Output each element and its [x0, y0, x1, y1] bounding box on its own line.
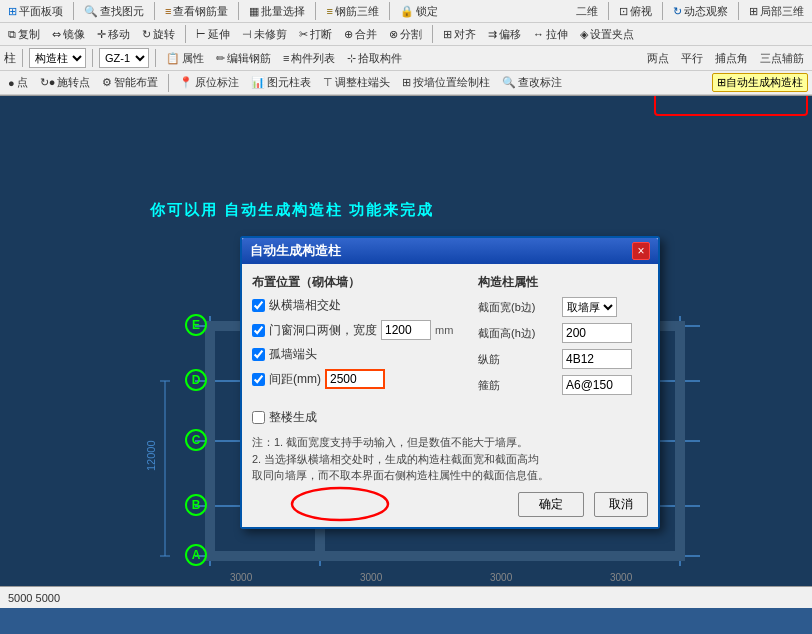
checkbox-row-door: 门窗洞口两侧，宽度 1200 mm [252, 320, 468, 340]
col-type-select[interactable]: 构造柱 [29, 48, 86, 68]
btn-notrim[interactable]: ⊣未修剪 [238, 26, 291, 43]
prop-width-select[interactable]: 取墙厚 [562, 297, 617, 317]
prop-row-stirrup: 箍筋 A6@150 [478, 375, 648, 395]
toolbar-btn-fushi[interactable]: ⊡ 俯视 [615, 3, 656, 20]
btn-inplace-label[interactable]: 📍原位标注 [175, 74, 243, 91]
btn-ok[interactable]: 确定 [518, 492, 584, 517]
toolbar-btn-pingmian[interactable]: ⊞ 平面板项 [4, 3, 67, 20]
dialog-right: 构造柱属性 截面宽(b边) 取墙厚 截面高(h边) 200 纵筋 4B12 [478, 274, 648, 401]
toolbar-btn-piliang[interactable]: ▦ 批量选择 [245, 3, 309, 20]
prop-stirrup-input[interactable]: A6@150 [562, 375, 632, 395]
checkbox-floor-gen[interactable] [252, 411, 265, 424]
svg-text:12000: 12000 [145, 440, 157, 471]
toolbar-btn-suoding[interactable]: 🔒 锁定 [396, 3, 442, 20]
floor-gen-label: 整楼生成 [269, 409, 317, 426]
row-label-c: C [185, 429, 207, 451]
btn-twopoint[interactable]: 两点 [643, 50, 673, 67]
note2: 2. 当选择纵横墙相交处时，生成的构造柱截面宽和截面高均 [252, 453, 539, 465]
btn-3point[interactable]: 三点辅筋 [756, 50, 808, 67]
toolbar-row1: ⊞ 平面板项 🔍 查找图元 ≡ 查看钢筋量 ▦ 批量选择 ≡ 钢筋三维 🔒 锁定 [0, 0, 812, 23]
btn-copy[interactable]: ⧉复制 [4, 26, 44, 43]
checkbox-door[interactable] [252, 324, 265, 337]
btn-rotate-point[interactable]: ↻●施转点 [36, 74, 95, 91]
prop-stirrup-label: 箍筋 [478, 378, 558, 393]
status-bar: 5000 5000 [0, 586, 812, 608]
btn-pick-component[interactable]: ⊹拾取构件 [343, 50, 406, 67]
prop-row-longbar: 纵筋 4B12 [478, 349, 648, 369]
col-id-select[interactable]: GZ-1 [99, 48, 149, 68]
toolbar-btn-gangjin[interactable]: ≡ 查看钢筋量 [161, 3, 232, 20]
toolbar-row2: ⧉复制 ⇔镜像 ✛移动 ↻旋转 ⊢延伸 ⊣未修剪 ✂打断 ⊕合并 ⊗分割 ⊞对齐 [0, 23, 812, 46]
btn-move[interactable]: ✛移动 [93, 26, 134, 43]
svg-rect-19 [205, 551, 685, 561]
btn-break[interactable]: ✂打断 [295, 26, 336, 43]
btn-cancel[interactable]: 取消 [594, 492, 648, 517]
btn-edit-rebar[interactable]: ✏编辑钢筋 [212, 50, 275, 67]
annotation-text: 你可以用 自动生成构造柱 功能来完成 [150, 201, 434, 220]
dialog-buttons: 确定 取消 [252, 492, 648, 517]
btn-auto-gen-col[interactable]: ⊞自动生成构造柱 [712, 73, 808, 92]
row-label-b: B [185, 494, 207, 516]
dialog-auto-gen-col: 自动生成构造柱 × 布置位置（砌体墙） 纵横墙相交处 门窗洞口两侧，宽度 120… [240, 236, 660, 529]
svg-rect-17 [675, 321, 685, 561]
separator5 [389, 2, 390, 20]
row-label-d: D [185, 369, 207, 391]
toolbar-area: ⊞ 平面板项 🔍 查找图元 ≡ 查看钢筋量 ▦ 批量选择 ≡ 钢筋三维 🔒 锁定 [0, 0, 812, 96]
checkbox-isolated[interactable] [252, 348, 265, 361]
btn-offset[interactable]: ⇉偏移 [484, 26, 525, 43]
prop-height-input[interactable]: 200 [562, 323, 632, 343]
prop-longbar-label: 纵筋 [478, 352, 558, 367]
sep-r3a [22, 49, 23, 67]
prop-row-height: 截面高(h边) 200 [478, 323, 648, 343]
btn-split[interactable]: ⊗分割 [385, 26, 426, 43]
separator3 [238, 2, 239, 20]
section-props-title: 构造柱属性 [478, 274, 648, 291]
separator2 [154, 2, 155, 20]
toolbar-btn-2d[interactable]: 二维 [572, 3, 602, 20]
toolbar-btn-chazhao[interactable]: 🔍 查找图元 [80, 3, 148, 20]
btn-extend[interactable]: ⊢延伸 [192, 26, 234, 43]
prop-row-width: 截面宽(b边) 取墙厚 [478, 297, 648, 317]
checkbox-intersect[interactable] [252, 299, 265, 312]
dialog-left: 布置位置（砌体墙） 纵横墙相交处 门窗洞口两侧，宽度 1200 mm 孤墙端头 [252, 274, 468, 401]
btn-property[interactable]: 📋属性 [162, 50, 208, 67]
btn-check-label[interactable]: 🔍查改标注 [498, 74, 566, 91]
btn-setpoint[interactable]: ◈设置夹点 [576, 26, 638, 43]
dialog-close-btn[interactable]: × [632, 242, 650, 260]
checkbox-spacing[interactable] [252, 373, 265, 386]
btn-col-table[interactable]: 📊图元柱表 [247, 74, 315, 91]
btn-component-list[interactable]: ≡构件列表 [279, 50, 339, 67]
status-coords: 5000 5000 [8, 592, 60, 604]
btn-rotate[interactable]: ↻旋转 [138, 26, 179, 43]
sep-r3c [155, 49, 156, 67]
btn-draw-by-wall[interactable]: ⊞按墙位置绘制柱 [398, 74, 494, 91]
toolbar-btn-dynamic[interactable]: ↻ 动态观察 [669, 3, 732, 20]
btn-adj-colhead[interactable]: ⊤调整柱端头 [319, 74, 394, 91]
sep-r4a [168, 74, 169, 92]
note3: 取同向墙厚，而不取本界面右侧构造柱属性中的截面信息值。 [252, 469, 549, 481]
btn-align[interactable]: ⊞对齐 [439, 26, 480, 43]
prop-width-label: 截面宽(b边) [478, 300, 558, 315]
btn-stretch[interactable]: ↔拉伸 [529, 26, 572, 43]
toolbar-btn-gangjin3d[interactable]: ≡ 钢筋三维 [322, 3, 382, 20]
sep-r3b [92, 49, 93, 67]
toolbar-btn-local3d[interactable]: ⊞ 局部三维 [745, 3, 808, 20]
dialog-content: 布置位置（砌体墙） 纵横墙相交处 门窗洞口两侧，宽度 1200 mm 孤墙端头 [252, 274, 648, 401]
door-width-input[interactable]: 1200 [381, 320, 431, 340]
checkbox-row-isolated: 孤墙端头 [252, 346, 468, 363]
prop-longbar-input[interactable]: 4B12 [562, 349, 632, 369]
checkbox-intersect-label: 纵横墙相交处 [269, 297, 341, 314]
canvas-area: 12000 3000 3000 3000 3000 你可以用 自动生成构造柱 功… [0, 96, 812, 586]
btn-parallel[interactable]: 平行 [677, 50, 707, 67]
btn-snapangle[interactable]: 捕点角 [711, 50, 752, 67]
sep-r2a [185, 25, 186, 43]
btn-merge[interactable]: ⊕合并 [340, 26, 381, 43]
door-width-unit: mm [435, 324, 453, 336]
separator [73, 2, 74, 20]
btn-smart-place[interactable]: ⚙智能布置 [98, 74, 162, 91]
btn-mirror[interactable]: ⇔镜像 [48, 26, 89, 43]
btn-point[interactable]: ●点 [4, 74, 32, 91]
spacing-input[interactable]: 2500 [325, 369, 385, 389]
checkbox-row-spacing: 间距(mm) 2500 [252, 369, 468, 389]
sep-r2b [432, 25, 433, 43]
